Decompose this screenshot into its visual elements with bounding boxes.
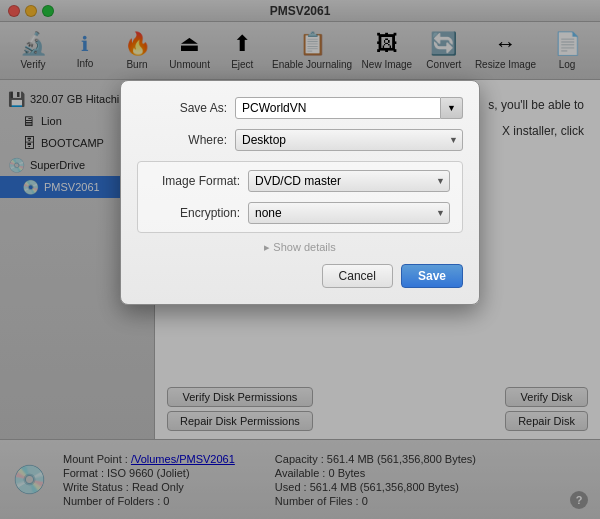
image-format-label: Image Format:	[150, 174, 240, 188]
save-as-row: Save As: ▼	[137, 97, 463, 119]
image-format-select[interactable]: DVD/CD master	[248, 170, 450, 192]
encryption-select[interactable]: none	[248, 202, 450, 224]
image-format-row: Image Format: DVD/CD master ▼	[150, 170, 450, 192]
save-as-dropdown[interactable]: ▼	[441, 97, 463, 119]
show-details-label: ▸ Show details	[264, 241, 335, 253]
encryption-row: Encryption: none ▼	[150, 202, 450, 224]
modal-buttons: Cancel Save	[137, 264, 463, 288]
image-format-select-wrapper: DVD/CD master ▼	[248, 170, 450, 192]
encryption-label: Encryption:	[150, 206, 240, 220]
save-button[interactable]: Save	[401, 264, 463, 288]
where-label: Where:	[137, 133, 227, 147]
where-select-wrapper: Desktop ▼	[235, 129, 463, 151]
save-as-input[interactable]	[235, 97, 441, 119]
cancel-button[interactable]: Cancel	[322, 264, 393, 288]
show-details[interactable]: ▸ Show details	[137, 241, 463, 254]
where-select[interactable]: Desktop	[235, 129, 463, 151]
save-as-label: Save As:	[137, 101, 227, 115]
where-row: Where: Desktop ▼	[137, 129, 463, 151]
format-encryption-section: Image Format: DVD/CD master ▼ Encryption…	[137, 161, 463, 233]
save-dialog: Save As: ▼ Where: Desktop ▼ Image Format…	[120, 80, 480, 305]
modal-overlay: Save As: ▼ Where: Desktop ▼ Image Format…	[0, 0, 600, 519]
encryption-select-wrapper: none ▼	[248, 202, 450, 224]
